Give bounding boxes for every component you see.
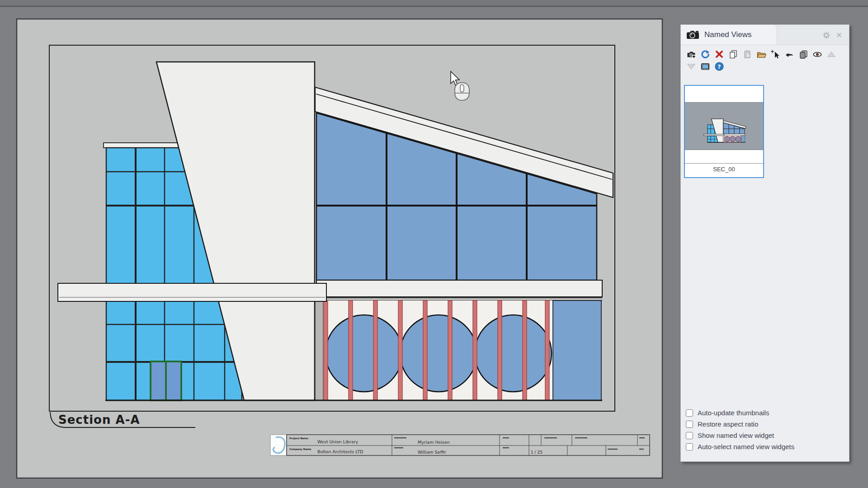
auto-select-named-view-widgets-checkbox[interactable] (686, 443, 693, 450)
restore-aspect-ratio-checkbox[interactable] (686, 421, 693, 428)
option-label: Auto-update thumbnails (698, 409, 769, 417)
section-label: Section A-A (58, 413, 140, 427)
copy-icon (728, 49, 738, 59)
option-show-named-view-widget[interactable]: Show named view widget (686, 430, 794, 441)
thumbnail-label: SEC_00 (685, 164, 763, 175)
option-label: Restore aspect ratio (698, 420, 758, 428)
porthole-circles (326, 315, 552, 392)
apply-view-button[interactable] (782, 48, 796, 60)
project-name-label: Project Name (289, 437, 308, 440)
thumbnail-margin-top (685, 86, 763, 102)
drafter-name: William Seffir (418, 450, 446, 455)
designer-name: Myriam Heisen (418, 440, 450, 445)
update-view-button[interactable] (698, 48, 712, 60)
delete-x-icon (714, 49, 724, 59)
show-named-view-widget-checkbox[interactable] (686, 432, 693, 439)
named-views-toolbar: ? (684, 48, 843, 72)
help-icon: ? (714, 61, 724, 71)
scroll-down-button[interactable] (684, 60, 698, 72)
floor-slab (316, 280, 602, 297)
refresh-icon (700, 49, 710, 59)
help-button[interactable]: ? (712, 60, 726, 72)
gear-icon (822, 31, 830, 39)
scroll-up-button[interactable] (824, 48, 838, 60)
triangle-down-icon (686, 61, 696, 71)
entrance-door (151, 361, 181, 400)
select-views-button[interactable] (768, 48, 782, 60)
triangle-up-icon (826, 49, 836, 59)
named-views-panel: Named Views ✕ (680, 24, 849, 462)
named-views-titlebar[interactable]: Named Views ✕ (681, 25, 849, 45)
panel-close-button[interactable]: ✕ (835, 31, 844, 40)
company-name-value: Bolten Architects LTD (317, 449, 363, 454)
viewport-top-strip (0, 0, 868, 6)
option-auto-update-thumbnails[interactable]: Auto-update thumbnails (686, 407, 794, 418)
camera-icon (686, 29, 700, 40)
application-window: Section A-A Project Name West Union Libr… (0, 0, 868, 488)
eye-icon (812, 49, 822, 59)
company-name-label: Company Name (289, 448, 311, 451)
auto-update-thumbnails-checkbox[interactable] (686, 409, 693, 417)
animation-button[interactable] (698, 60, 712, 72)
film-icon (700, 61, 710, 71)
thumbnail-preview (685, 102, 763, 150)
open-folder-button[interactable] (754, 48, 768, 60)
panel-title: Named Views (704, 25, 752, 45)
project-name-value: West Union Library (317, 439, 358, 444)
panel-options: Auto-update thumbnails Restore aspect ra… (686, 407, 794, 452)
cantilever-beam (58, 283, 326, 301)
paste-view-button[interactable] (740, 48, 754, 60)
named-view-thumbnail-sec00[interactable]: SEC_00 (684, 85, 764, 178)
copy-view-button[interactable] (726, 48, 740, 60)
thumbnail-margin-bottom (685, 150, 763, 164)
right-blue-panel (553, 300, 601, 400)
open-folder-icon (756, 49, 766, 59)
new-view-button[interactable] (684, 48, 698, 60)
duplicate-view-button[interactable] (796, 48, 810, 60)
scale-value: 1 / 25 (531, 450, 542, 455)
help-glyph: ? (717, 63, 721, 70)
paste-icon (742, 49, 752, 59)
delete-view-button[interactable] (712, 48, 726, 60)
option-label: Auto-select named view widgets (698, 443, 794, 450)
new-view-camera-icon (686, 49, 696, 59)
thumbnail-preview-drawing (685, 103, 763, 150)
panel-settings-button[interactable] (822, 31, 831, 40)
duplicate-stack-icon (798, 49, 808, 59)
select-cursor-icon (770, 49, 780, 59)
close-icon: ✕ (836, 31, 842, 40)
wall-return-shadow (315, 300, 323, 400)
visibility-button[interactable] (810, 48, 824, 60)
option-restore-aspect-ratio[interactable]: Restore aspect ratio (686, 418, 794, 430)
option-auto-select-named-view-widgets[interactable]: Auto-select named view widgets (686, 441, 794, 452)
hand-apply-icon (784, 49, 794, 59)
option-label: Show named view widget (698, 432, 774, 439)
